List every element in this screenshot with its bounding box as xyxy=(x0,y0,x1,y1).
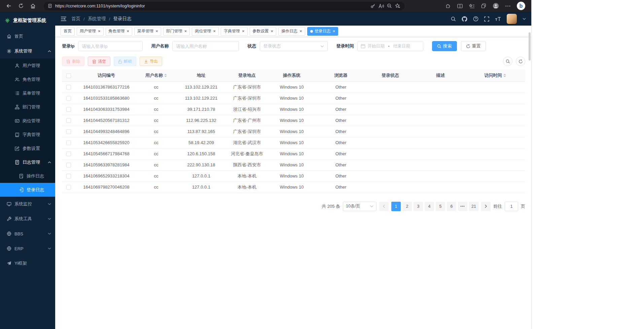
row-checkbox[interactable] xyxy=(66,107,71,112)
sort-caret-icon[interactable] xyxy=(503,74,506,77)
tab-menu-mgmt[interactable]: 菜单管理× xyxy=(134,27,161,36)
favorites-bar-icon[interactable] xyxy=(469,4,475,8)
pager-page-4[interactable]: 4 xyxy=(425,202,434,211)
collections-icon[interactable] xyxy=(481,3,486,8)
tab-close-icon[interactable]: × xyxy=(127,29,130,33)
help-icon[interactable] xyxy=(473,16,478,22)
url-text[interactable]: https://ccnetcore.com:1101/system/log/lo… xyxy=(55,4,367,8)
sidebar-item-system-monitor[interactable]: 系统监控 xyxy=(0,197,55,211)
sidebar-item-user-mgmt[interactable]: 用户管理 xyxy=(0,59,55,72)
tab-param-settings[interactable]: 参数设置× xyxy=(250,27,277,36)
user-name-input[interactable] xyxy=(172,41,239,51)
breadcrumb-item-system[interactable]: 系统管理 xyxy=(88,16,106,22)
pager-page-21[interactable]: 21 xyxy=(469,202,478,211)
sidebar-item-dict-mgmt[interactable]: 字典管理 xyxy=(0,128,55,141)
pager-page-1[interactable]: 1 xyxy=(391,202,401,211)
tab-close-icon[interactable]: × xyxy=(98,29,101,33)
sidebar-item-system-mgmt[interactable]: 系统管理 xyxy=(0,44,55,59)
tab-home[interactable]: 首页 xyxy=(61,27,75,36)
row-checkbox[interactable] xyxy=(66,129,71,134)
refresh-table-button[interactable] xyxy=(516,57,525,66)
breadcrumb-item-home[interactable]: 首页 xyxy=(71,16,80,22)
page-size-select[interactable]: 10条/页 xyxy=(343,202,377,211)
sidebar-item-erp[interactable]: ERP xyxy=(0,241,55,256)
browser-home-button[interactable] xyxy=(28,1,38,11)
row-checkbox[interactable] xyxy=(66,185,71,190)
column-header-time[interactable]: 访问时间 xyxy=(465,69,525,81)
pager-page-2[interactable]: 2 xyxy=(402,202,412,211)
goto-page-input[interactable] xyxy=(505,202,518,211)
row-checkbox[interactable] xyxy=(66,152,71,156)
add-favorite-star-icon[interactable] xyxy=(395,3,400,8)
reset-button[interactable]: 重置 xyxy=(461,41,486,51)
pager-page-6[interactable]: 6 xyxy=(447,202,456,211)
sidebar-item-dept-mgmt[interactable]: 部门管理 xyxy=(0,100,55,114)
address-bar[interactable]: https://ccnetcore.com:1101/system/log/lo… xyxy=(44,2,404,10)
row-checkbox[interactable] xyxy=(66,85,71,90)
sidebar-item-role-mgmt[interactable]: 角色管理 xyxy=(0,72,55,86)
date-range-picker[interactable]: 开始日期 - 结束日期 xyxy=(357,41,423,51)
font-size-icon[interactable] xyxy=(495,17,501,21)
delete-button[interactable]: 删除 xyxy=(62,57,84,66)
sidebar-item-log-mgmt[interactable]: 日志管理 xyxy=(0,155,55,169)
row-checkbox[interactable] xyxy=(66,140,71,145)
tab-op-log[interactable]: 操作日志× xyxy=(278,27,305,36)
browser-back-button[interactable] xyxy=(4,1,13,11)
tab-close-icon[interactable]: × xyxy=(299,29,302,33)
sort-caret-icon[interactable] xyxy=(164,74,167,77)
browser-profile-icon[interactable] xyxy=(493,3,499,9)
pager-page-5[interactable]: 5 xyxy=(436,202,445,211)
select-all-checkbox[interactable] xyxy=(66,73,71,78)
password-key-icon[interactable] xyxy=(370,3,375,8)
tab-close-icon[interactable]: × xyxy=(155,29,158,33)
tab-role-mgmt[interactable]: 角色管理× xyxy=(106,27,133,36)
sidebar-item-login-log[interactable]: 登录日志 xyxy=(0,183,55,197)
tab-dict-mgmt[interactable]: 字典管理× xyxy=(221,27,248,36)
tab-close-icon[interactable]: × xyxy=(242,29,245,33)
fullscreen-icon[interactable] xyxy=(484,17,489,22)
tab-close-icon[interactable]: × xyxy=(271,29,274,33)
tab-close-icon[interactable]: × xyxy=(184,29,187,33)
scrollbar-thumb[interactable] xyxy=(529,32,531,61)
toggle-search-button[interactable] xyxy=(503,57,512,66)
sidebar-item-bbs[interactable]: BBS xyxy=(0,226,55,241)
unlock-button[interactable]: 解锁 xyxy=(114,57,136,66)
end-date-placeholder[interactable]: 结束日期 xyxy=(393,43,410,49)
user-avatar[interactable] xyxy=(507,14,517,24)
split-screen-icon[interactable] xyxy=(457,4,463,8)
pager-page-3[interactable]: 3 xyxy=(414,202,423,211)
sidebar-item-system-tools[interactable]: 系统工具 xyxy=(0,211,55,226)
pager-prev-button[interactable] xyxy=(379,202,389,211)
browser-refresh-button[interactable] xyxy=(16,1,26,11)
search-icon[interactable] xyxy=(451,17,456,22)
row-checkbox[interactable] xyxy=(66,174,71,178)
login-ip-input[interactable] xyxy=(78,41,143,51)
sidebar-item-param-settings[interactable]: 参数设置 xyxy=(0,141,55,155)
row-checkbox[interactable] xyxy=(66,118,71,123)
tab-login-log[interactable]: 登录日志× xyxy=(307,27,338,36)
extensions-puzzle-icon[interactable] xyxy=(445,3,451,9)
row-checkbox[interactable] xyxy=(66,96,71,101)
browser-menu-dots-icon[interactable] xyxy=(505,5,510,7)
search-button[interactable]: 搜索 xyxy=(432,41,457,51)
column-header-user[interactable]: 用户名称 xyxy=(137,69,175,81)
row-checkbox[interactable] xyxy=(66,163,71,167)
sidebar-item-home[interactable]: 首页 xyxy=(0,29,55,44)
tab-close-icon[interactable]: × xyxy=(333,29,335,33)
clear-button[interactable]: 清空 xyxy=(88,57,110,66)
page-info-icon[interactable] xyxy=(48,4,52,8)
tab-close-icon[interactable]: × xyxy=(213,29,216,33)
pager-more-button[interactable]: ••• xyxy=(458,202,467,211)
pager-next-button[interactable] xyxy=(481,202,491,211)
status-select[interactable]: 登录状态 xyxy=(260,41,328,51)
export-button[interactable]: 导出 xyxy=(140,57,162,66)
tab-post-mgmt[interactable]: 岗位管理× xyxy=(192,27,219,36)
read-aloud-icon[interactable] xyxy=(379,4,384,8)
sidebar-item-post-mgmt[interactable]: 岗位管理 xyxy=(0,114,55,128)
sidebar-item-op-log[interactable]: 操作日志 xyxy=(0,169,55,183)
zoom-out-icon[interactable] xyxy=(387,3,392,8)
sidebar-item-yi-framework[interactable]: Yi框架 xyxy=(0,256,55,271)
app-logo[interactable]: 意框架管理系统 xyxy=(0,12,55,29)
hamburger-icon[interactable] xyxy=(61,17,67,21)
avatar-caret-icon[interactable] xyxy=(523,18,526,20)
